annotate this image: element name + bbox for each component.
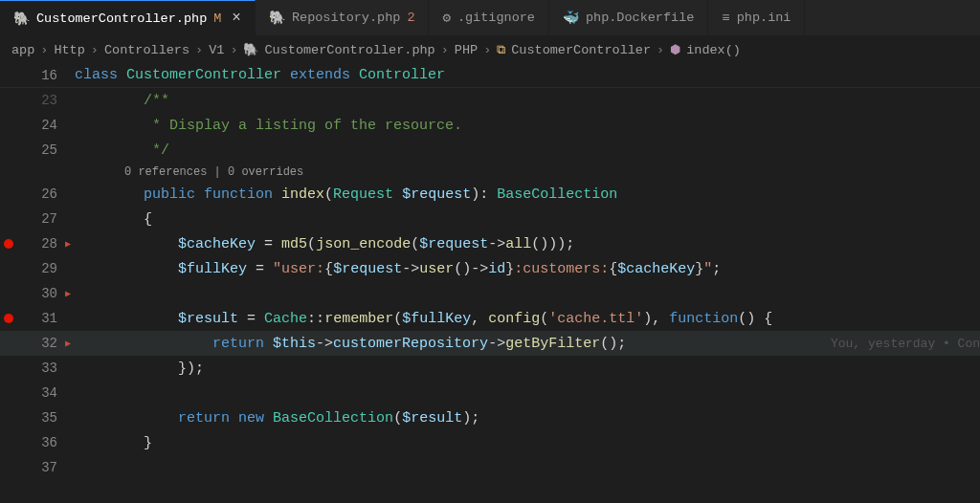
code-content[interactable]: * Display a listing of the resource. — [75, 118, 980, 134]
tab-bar: 🐘CustomerController.phpM×🐘Repository.php… — [0, 0, 980, 36]
ini-icon: ≡ — [722, 11, 729, 26]
code-line[interactable]: 35 return new BaseCollection($result); — [0, 405, 980, 430]
line-number: 16 — [0, 68, 75, 83]
tab-badge: 2 — [407, 11, 414, 25]
code-line[interactable]: 30▶ — [0, 281, 980, 306]
elephant-icon: 🐘 — [269, 10, 285, 26]
fold-marker-icon[interactable]: ▶ — [65, 288, 71, 299]
tab-badge: M — [213, 11, 221, 26]
tab-php-ini[interactable]: ≡php.ini — [708, 0, 805, 35]
elephant-icon: 🐘 — [243, 42, 258, 57]
code-content[interactable]: { — [75, 211, 980, 228]
line-number[interactable]: 33 — [0, 361, 75, 376]
bc-v1[interactable]: V1 — [209, 43, 224, 57]
line-number[interactable]: 31 — [0, 311, 75, 326]
code-content[interactable]: }); — [75, 361, 980, 377]
tab-label: php.Dockerfile — [586, 11, 694, 25]
bc-class[interactable]: CustomerController — [511, 43, 651, 57]
bc-file[interactable]: CustomerController.php — [264, 43, 434, 57]
fold-marker-icon[interactable]: ▶ — [65, 238, 71, 250]
tab-label: .gitignore — [457, 11, 535, 25]
code-line[interactable]: 34 — [0, 381, 980, 405]
line-number[interactable]: 24 — [0, 118, 75, 133]
code-content[interactable]: $cacheKey = md5(json_encode($request->al… — [75, 236, 980, 252]
line-number[interactable]: 23 — [0, 93, 75, 108]
code-content[interactable]: $fullKey = "user:{$request->user()->id}:… — [75, 261, 980, 277]
tab-php-dockerfile[interactable]: 🐳php.Dockerfile — [549, 0, 708, 35]
method-icon: ⬢ — [670, 42, 680, 57]
code-content[interactable]: */ — [75, 142, 980, 159]
code-content[interactable]: $result = Cache::remember($fullKey, conf… — [75, 311, 980, 327]
breakpoint-icon[interactable] — [4, 239, 13, 249]
code-line[interactable]: 24 * Display a listing of the resource. — [0, 113, 980, 138]
line-number[interactable]: 30▶ — [0, 286, 75, 301]
code-line[interactable]: 36 } — [0, 430, 980, 455]
tab-label: Repository.php — [292, 11, 400, 25]
sticky-scroll-line[interactable]: 16 class CustomerController extends Cont… — [0, 63, 980, 88]
code-content[interactable]: return new BaseCollection($result); — [75, 410, 980, 426]
line-number[interactable]: 35 — [0, 410, 75, 426]
editor-area[interactable]: 23 /**24 * Display a listing of the reso… — [0, 88, 980, 480]
bc-http[interactable]: Http — [54, 43, 84, 57]
tab-customercontroller-php[interactable]: 🐘CustomerController.phpM× — [0, 0, 256, 35]
line-number[interactable]: 37 — [0, 460, 75, 475]
code-line[interactable]: 33 }); — [0, 356, 980, 381]
code-line[interactable]: 31 $result = Cache::remember($fullKey, c… — [0, 306, 980, 331]
code-line[interactable]: 28▶ $cacheKey = md5(json_encode($request… — [0, 231, 980, 256]
line-number[interactable]: 36 — [0, 435, 75, 450]
line-number[interactable]: 27 — [0, 211, 75, 227]
bc-method[interactable]: index() — [686, 43, 741, 57]
code-line[interactable]: 29 $fullKey = "user:{$request->user()->i… — [0, 256, 980, 281]
bc-lang[interactable]: PHP — [455, 43, 478, 57]
line-number[interactable]: 34 — [0, 385, 75, 401]
code-line[interactable]: 23 /** — [0, 88, 980, 113]
line-number[interactable]: 29 — [0, 261, 75, 276]
breakpoint-icon[interactable] — [4, 314, 13, 323]
fold-marker-icon[interactable]: ▶ — [65, 338, 71, 349]
gear-icon: ⚙ — [442, 10, 450, 26]
code-content[interactable]: } — [75, 435, 980, 451]
code-line[interactable]: 37 — [0, 455, 980, 480]
code-line[interactable]: 26 public function index(Request $reques… — [0, 182, 980, 207]
bc-app[interactable]: app — [11, 43, 34, 57]
codelens[interactable]: 0 references | 0 overrides — [0, 163, 980, 182]
git-blame-annotation: You, yesterday • Con — [792, 337, 980, 351]
code-content[interactable]: public function index(Request $request):… — [75, 186, 980, 203]
elephant-icon: 🐘 — [13, 11, 30, 27]
tab--gitignore[interactable]: ⚙.gitignore — [429, 0, 548, 35]
tab-label: php.ini — [737, 11, 791, 25]
line-number[interactable]: 26 — [0, 186, 75, 202]
code-content[interactable]: /** — [75, 93, 980, 109]
code-line[interactable]: 27 { — [0, 207, 980, 231]
code-content: class CustomerController extends Control… — [75, 67, 980, 83]
line-number[interactable]: 25 — [0, 142, 75, 158]
bc-controllers[interactable]: Controllers — [104, 43, 189, 57]
code-content[interactable]: return $this->customerRepository->getByF… — [75, 336, 792, 352]
code-line[interactable]: 32▶ return $this->customerRepository->ge… — [0, 331, 980, 356]
class-icon: ⧉ — [497, 43, 505, 57]
close-icon[interactable]: × — [232, 10, 241, 27]
breadcrumb[interactable]: app› Http› Controllers› V1› 🐘 CustomerCo… — [0, 36, 980, 63]
line-number[interactable]: 32▶ — [0, 336, 75, 351]
tab-repository-php[interactable]: 🐘Repository.php2 — [256, 0, 430, 35]
tab-label: CustomerController.php — [36, 11, 207, 26]
line-number[interactable]: 28▶ — [0, 236, 75, 252]
whale-icon: 🐳 — [563, 10, 579, 26]
code-line[interactable]: 25 */ — [0, 138, 980, 163]
